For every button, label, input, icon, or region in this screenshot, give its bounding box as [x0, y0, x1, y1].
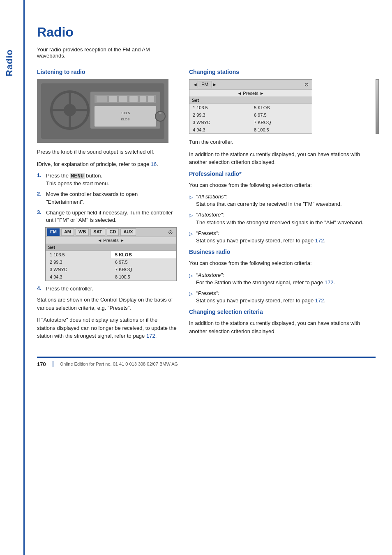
business-radio-heading: Business radio	[189, 249, 376, 255]
svg-rect-15	[148, 96, 154, 102]
step-3-num: 3.	[37, 209, 44, 224]
station-2: 2 99.3	[46, 258, 111, 266]
business-radio-list: ▷ "Autostore":For the Station with the s…	[189, 272, 376, 305]
changing-selection-desc: In addition to the stations currently di…	[189, 319, 376, 335]
tab-aux: AUX	[120, 228, 136, 236]
pro-bullet-2: ▷ "Autostore":The stations with the stro…	[189, 211, 376, 226]
svg-rect-14	[140, 96, 146, 102]
page-number: 170	[37, 361, 53, 367]
station-1: 1 103.5	[46, 251, 111, 258]
sidebar-label: Radio	[4, 49, 15, 76]
step-4: 4. Press the controller.	[37, 285, 177, 292]
step-4-num: 4.	[37, 285, 44, 292]
sidebar: Radio	[0, 0, 25, 555]
station-4: 4 94.3	[46, 273, 111, 281]
scrollbar	[376, 79, 379, 134]
body-para-1: Press the knob if the sound output is sw…	[37, 148, 177, 156]
step-1-text: Press the MENU button.This opens the sta…	[46, 172, 177, 187]
right-column: Changing stations ◄ FM ► ⊙ ◄ Presets ► S…	[189, 69, 376, 344]
settings-icon: ⊙	[304, 82, 309, 88]
presets-bar-small: ◄ Presets ►	[46, 237, 176, 244]
left-column: Listening to radio	[37, 69, 177, 344]
station-7: 7 KROQ	[111, 266, 176, 273]
changing-instruction: Turn the controller.	[189, 138, 376, 146]
business-radio-intro: You can choose from the following select…	[189, 259, 376, 267]
car-dashboard-image: 103.5 KLOS	[37, 79, 168, 143]
tab-fm: FM	[47, 228, 60, 236]
svg-rect-16	[95, 106, 156, 127]
ch-station-7: 7 KROQ	[251, 119, 312, 126]
radio-display-small: FM AM WB SAT CD AUX ⊙ ◄ Presets ► Set 1 …	[45, 227, 177, 281]
bullet-arrow-2: ▷	[189, 212, 193, 226]
idrive-link[interactable]: 16	[151, 161, 157, 167]
station-8: 8 100.5	[111, 273, 176, 281]
step-1: 1. Press the MENU button.This opens the …	[37, 172, 177, 187]
biz-bullet-1: ▷ "Autostore":For the Station with the s…	[189, 272, 376, 286]
autostore-link[interactable]: 172	[146, 333, 155, 339]
intro-text: Your radio provides reception of the FM …	[37, 46, 177, 59]
biz-bullet-2: ▷ "Presets":Stations you have previously…	[189, 290, 376, 304]
display-icon[interactable]: ⊙	[166, 228, 175, 236]
nav-left: ◄	[193, 82, 198, 88]
page-title: Radio	[37, 25, 376, 40]
bullet-arrow-3: ▷	[189, 230, 193, 244]
presets-bar-changing: ◄ Presets ►	[189, 90, 312, 97]
menu-bold: MENU	[70, 173, 85, 179]
page-container: Radio Radio Your radio provides receptio…	[0, 0, 392, 555]
step-1-num: 1.	[37, 172, 44, 187]
biz-bullet-2-content: "Presets":Stations you have previously s…	[196, 290, 376, 304]
changing-description: In addition to the stations currently di…	[189, 150, 376, 166]
svg-rect-11	[109, 96, 117, 102]
station-grid-changing: 1 103.5 5 KLOS 2 99.3 6 97.5 3 WNYC 7 KR…	[189, 104, 312, 134]
biz-bullet-arrow-1: ▷	[189, 272, 193, 286]
ch-station-4: 4 94.3	[189, 126, 251, 134]
set-bar-small: Set	[46, 244, 176, 251]
footer-text: Online Edition for Part no. 01 41 0 013 …	[60, 362, 178, 366]
footer: 170 Online Edition for Part no. 01 41 0 …	[37, 357, 376, 371]
biz-presets-link[interactable]: 172	[315, 297, 324, 304]
changing-selection-heading: Changing selection criteria	[189, 309, 376, 315]
two-col-layout: Listening to radio	[37, 69, 376, 344]
step-2-num: 2.	[37, 191, 44, 205]
step-2-text: Move the controller backwards to open "E…	[46, 191, 177, 205]
biz-autostore-link[interactable]: 172	[325, 279, 334, 286]
listening-heading: Listening to radio	[37, 69, 177, 75]
step-3: 3. Change to upper field if necessary. T…	[37, 209, 177, 224]
fm-display: FM	[198, 81, 212, 88]
tab-row: FM AM WB SAT CD AUX ⊙	[46, 228, 176, 237]
radio-display-small-container: FM AM WB SAT CD AUX ⊙ ◄ Presets ► Set 1 …	[45, 227, 177, 281]
changing-top-bar: ◄ FM ► ⊙	[189, 80, 312, 90]
ch-station-6: 6 97.5	[251, 111, 312, 119]
bullet-arrow-1: ▷	[189, 194, 193, 208]
pro-bullet-1-content: "All stations":Stations that can current…	[196, 193, 376, 208]
after-step4-para1: Stations are shown on the Control Displa…	[37, 296, 177, 312]
ch-station-5: 5 KLOS	[251, 104, 312, 111]
ch-station-8: 8 100.5	[251, 126, 312, 134]
pro-bullet-3-content: "Presets":Stations you have previously s…	[196, 230, 376, 244]
professional-radio-intro: You can choose from the following select…	[189, 181, 376, 189]
pro-bullet-3: ▷ "Presets":Stations you have previously…	[189, 230, 376, 244]
tab-am: AM	[61, 228, 74, 236]
svg-text:KLOS: KLOS	[121, 117, 129, 121]
step-3-text: Change to upper field if necessary. Turn…	[46, 209, 177, 224]
pro-bullet-2-content: "Autostore":The stations with the strong…	[196, 211, 376, 226]
after-step4-para2: If "Autostore" does not display any stat…	[37, 316, 177, 340]
biz-bullet-arrow-2: ▷	[189, 290, 193, 304]
pro-presets-link[interactable]: 172	[315, 237, 324, 244]
professional-radio-heading: Professional radio*	[189, 170, 376, 177]
svg-point-3	[64, 104, 76, 116]
tab-sat: SAT	[90, 228, 105, 236]
station-grid-small: 1 103.5 5 KLOS 2 99.3 6 97.5 3 WNYC 7 KR…	[46, 251, 176, 281]
step-2: 2. Move the controller backwards to open…	[37, 191, 177, 205]
car-dashboard-svg: 103.5 KLOS	[37, 79, 168, 143]
pro-bullet-1: ▷ "All stations":Stations that can curre…	[189, 193, 376, 208]
svg-point-20	[159, 112, 161, 114]
ch-station-3: 3 WNYC	[189, 119, 251, 126]
nav-right: ►	[212, 82, 217, 88]
changing-stations-heading: Changing stations	[189, 69, 376, 75]
biz-bullet-1-content: "Autostore":For the Station with the str…	[196, 272, 376, 286]
body-para-2: iDrive, for explanation of principle, re…	[37, 160, 177, 168]
radio-display-changing-container: ◄ FM ► ⊙ ◄ Presets ► Set 1 103.5 5 KLOS …	[189, 79, 376, 134]
ch-station-1: 1 103.5	[189, 104, 251, 111]
tab-cd: CD	[107, 228, 119, 236]
